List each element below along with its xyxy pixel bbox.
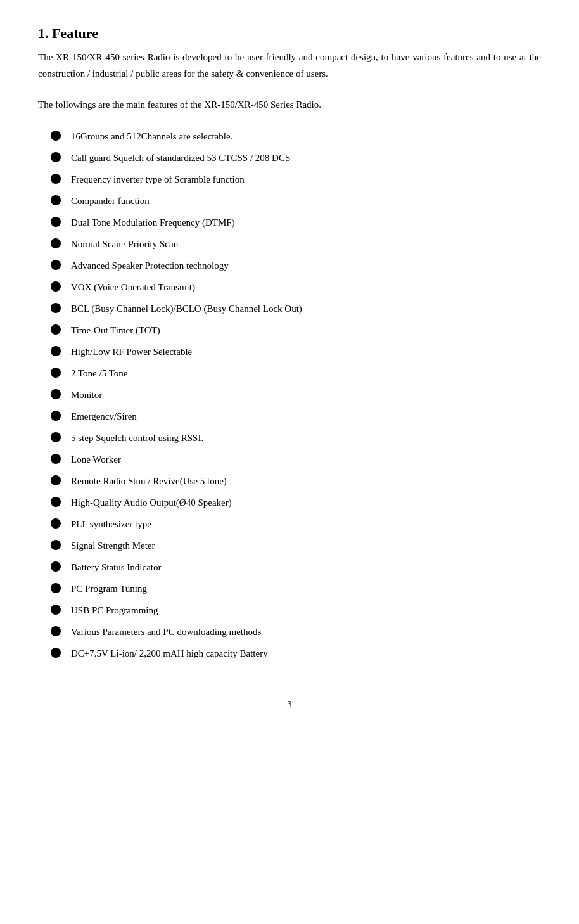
page-number: 3 (38, 699, 541, 710)
bullet-icon (51, 475, 61, 485)
followings-paragraph: The followings are the main features of … (38, 97, 541, 113)
bullet-icon (51, 368, 61, 378)
list-item: Various Parameters and PC downloading me… (51, 624, 541, 639)
bullet-icon (51, 152, 61, 162)
list-item-text: Normal Scan / Priority Scan (71, 236, 178, 252)
list-item: Remote Radio Stun / Revive(Use 5 tone) (51, 473, 541, 489)
bullet-icon (51, 324, 61, 335)
list-item-text: Dual Tone Modulation Frequency (DTMF) (71, 215, 235, 230)
list-item: Frequency inverter type of Scramble func… (51, 172, 541, 187)
list-item-text: PLL synthesizer type (71, 517, 151, 532)
list-item-text: Lone Worker (71, 452, 121, 467)
list-item: PC Program Tuning (51, 581, 541, 596)
list-item-text: Frequency inverter type of Scramble func… (71, 172, 245, 187)
list-item: Monitor (51, 387, 541, 402)
list-item: VOX (Voice Operated Transmit) (51, 279, 541, 295)
list-item: Time-Out Timer (TOT) (51, 323, 541, 338)
list-item: BCL (Busy Channel Lock)/BCLO (Busy Chann… (51, 301, 541, 316)
list-item-text: Various Parameters and PC downloading me… (71, 624, 261, 639)
list-item: PLL synthesizer type (51, 517, 541, 532)
list-item-text: DC+7.5V Li-ion/ 2,200 mAH high capacity … (71, 646, 268, 661)
list-item-text: Monitor (71, 387, 102, 402)
list-item-text: PC Program Tuning (71, 581, 147, 596)
list-item: Signal Strength Meter (51, 538, 541, 553)
bullet-icon (51, 217, 61, 227)
list-item-text: Time-Out Timer (TOT) (71, 323, 160, 338)
list-item: Normal Scan / Priority Scan (51, 236, 541, 252)
list-item-text: 16Groups and 512Channels are selectable. (71, 129, 232, 144)
list-item-text: VOX (Voice Operated Transmit) (71, 279, 195, 295)
bullet-icon (51, 561, 61, 572)
list-item: 16Groups and 512Channels are selectable. (51, 129, 541, 144)
list-item-text: 5 step Squelch control using RSSI. (71, 430, 203, 446)
bullet-icon (51, 174, 61, 184)
list-item: Battery Status Indicator (51, 560, 541, 575)
list-item-text: Compander function (71, 193, 150, 209)
list-item-text: High/Low RF Power Selectable (71, 344, 192, 359)
bullet-icon (51, 454, 61, 464)
bullet-icon (51, 303, 61, 313)
list-item-text: USB PC Programming (71, 603, 158, 618)
bullet-icon (51, 518, 61, 529)
list-item: High/Low RF Power Selectable (51, 344, 541, 359)
list-item-text: Advanced Speaker Protection technology (71, 258, 229, 273)
bullet-icon (51, 605, 61, 615)
bullet-icon (51, 432, 61, 442)
bullet-icon (51, 583, 61, 593)
list-item-text: Call guard Squelch of standardized 53 CT… (71, 150, 290, 165)
list-item: USB PC Programming (51, 603, 541, 618)
bullet-icon (51, 626, 61, 636)
bullet-icon (51, 131, 61, 141)
list-item: High-Quality Audio Output(Ø40 Speaker) (51, 495, 541, 510)
list-item: DC+7.5V Li-ion/ 2,200 mAH high capacity … (51, 646, 541, 661)
list-item: Lone Worker (51, 452, 541, 467)
list-item: 5 step Squelch control using RSSI. (51, 430, 541, 446)
list-item-text: Emergency/Siren (71, 409, 137, 424)
list-item: Advanced Speaker Protection technology (51, 258, 541, 273)
bullet-icon (51, 497, 61, 507)
bullet-icon (51, 195, 61, 205)
list-item: Emergency/Siren (51, 409, 541, 424)
features-list: 16Groups and 512Channels are selectable.… (51, 129, 541, 661)
list-item-text: High-Quality Audio Output(Ø40 Speaker) (71, 495, 232, 510)
bullet-icon (51, 411, 61, 421)
bullet-icon (51, 238, 61, 248)
bullet-icon (51, 540, 61, 550)
list-item: Call guard Squelch of standardized 53 CT… (51, 150, 541, 165)
bullet-icon (51, 389, 61, 399)
bullet-icon (51, 346, 61, 356)
bullet-icon (51, 260, 61, 270)
list-item-text: Signal Strength Meter (71, 538, 155, 553)
page-title: 1. Feature (38, 25, 541, 42)
bullet-icon (51, 281, 61, 292)
list-item: Dual Tone Modulation Frequency (DTMF) (51, 215, 541, 230)
list-item-text: BCL (Busy Channel Lock)/BCLO (Busy Chann… (71, 301, 302, 316)
list-item-text: Battery Status Indicator (71, 560, 161, 575)
list-item: Compander function (51, 193, 541, 209)
list-item: 2 Tone /5 Tone (51, 366, 541, 381)
list-item-text: Remote Radio Stun / Revive(Use 5 tone) (71, 473, 227, 489)
intro-paragraph: The XR-150/XR-450 series Radio is develo… (38, 49, 541, 82)
list-item-text: 2 Tone /5 Tone (71, 366, 127, 381)
bullet-icon (51, 648, 61, 658)
